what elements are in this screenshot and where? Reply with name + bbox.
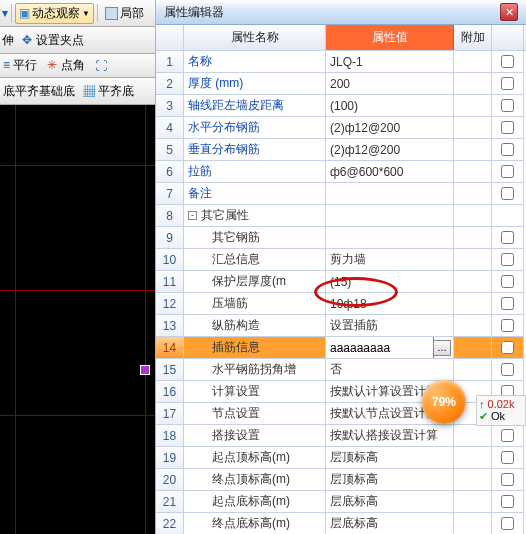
row-number: 7	[156, 183, 184, 205]
property-value[interactable]: (15)	[326, 271, 454, 293]
property-value[interactable]: 层底标高	[326, 491, 454, 513]
table-row[interactable]: 5垂直分布钢筋(2)ф12@200	[156, 139, 526, 161]
row-checkbox[interactable]	[501, 99, 514, 112]
row-checkbox[interactable]	[501, 341, 514, 354]
header-name[interactable]: 属性名称	[184, 25, 326, 50]
toolbar-2: 伸 ✥ 设置夹点	[0, 27, 155, 54]
property-name: 垂直分布钢筋	[184, 139, 326, 161]
table-row[interactable]: 19起点顶标高(m)层顶标高	[156, 447, 526, 469]
table-row[interactable]: 13纵筋构造设置插筋	[156, 315, 526, 337]
table-row[interactable]: 20终点顶标高(m)层顶标高	[156, 469, 526, 491]
drawing-canvas[interactable]	[0, 105, 155, 534]
property-value[interactable]: 设置插筋	[326, 315, 454, 337]
table-row[interactable]: 18搭接设置按默认搭接设置计算	[156, 425, 526, 447]
row-number: 16	[156, 381, 184, 403]
row-checkbox[interactable]	[501, 517, 514, 530]
row-checkbox[interactable]	[501, 495, 514, 508]
row-number: 19	[156, 447, 184, 469]
row-checkbox[interactable]	[501, 253, 514, 266]
row-checkbox[interactable]	[501, 429, 514, 442]
table-row[interactable]: 3轴线距左墙皮距离(100)	[156, 95, 526, 117]
property-value[interactable]: (100)	[326, 95, 454, 117]
even-bottom-btn[interactable]: 平齐底	[98, 84, 134, 98]
progress-badge[interactable]: 79%	[422, 380, 466, 424]
close-icon[interactable]: ✕	[500, 3, 518, 21]
selection-handle[interactable]	[140, 365, 150, 375]
table-row[interactable]: 7备注	[156, 183, 526, 205]
extra-cell	[454, 249, 492, 271]
header-value[interactable]: 属性值	[326, 25, 454, 50]
cad-canvas-panel: ▾ ▣ 动态观察 ▼ 局部 伸 ✥ 设置夹点 ≡ 平行 ✳ 点角 ⛶	[0, 0, 155, 534]
table-row[interactable]: 9其它钢筋	[156, 227, 526, 249]
property-value[interactable]: JLQ-1	[326, 51, 454, 73]
ellipsis-button[interactable]: …	[433, 340, 451, 356]
property-value[interactable]: 层顶标高	[326, 469, 454, 491]
table-row[interactable]: 2厚度 (mm)200	[156, 73, 526, 95]
point-angle-btn[interactable]: 点角	[61, 58, 85, 72]
property-value[interactable]: 层顶标高	[326, 447, 454, 469]
table-row[interactable]: 4水平分布钢筋(2)ф12@200	[156, 117, 526, 139]
fit-icon[interactable]: ⛶	[95, 59, 107, 73]
set-anchor-label[interactable]: 设置夹点	[36, 32, 84, 49]
property-value-input[interactable]	[326, 337, 433, 358]
checkbox-cell	[492, 293, 524, 315]
table-row[interactable]: 10汇总信息剪力墙	[156, 249, 526, 271]
table-row[interactable]: 11保护层厚度(m(15)	[156, 271, 526, 293]
row-checkbox[interactable]	[501, 143, 514, 156]
property-grid[interactable]: 1名称JLQ-12厚度 (mm)2003轴线距左墙皮距离(100)4水平分布钢筋…	[156, 51, 526, 534]
property-value[interactable]: (2)ф12@200	[326, 117, 454, 139]
foundation-btn[interactable]: 底平齐基础底	[3, 83, 75, 100]
parallel-btn[interactable]: 平行	[13, 58, 37, 72]
row-checkbox[interactable]	[501, 451, 514, 464]
property-name: 轴线距左墙皮距离	[184, 95, 326, 117]
extend-label[interactable]: 伸	[2, 32, 14, 49]
header-extra[interactable]: 附加	[454, 25, 492, 50]
row-checkbox[interactable]	[501, 187, 514, 200]
table-row[interactable]: 8-其它属性	[156, 205, 526, 227]
collapse-icon[interactable]: -	[188, 211, 197, 220]
property-value[interactable]: 剪力墙	[326, 249, 454, 271]
table-row[interactable]: 12压墙筋10ф18	[156, 293, 526, 315]
property-value[interactable]: 否	[326, 359, 454, 381]
property-value[interactable]	[326, 227, 454, 249]
row-checkbox[interactable]	[501, 319, 514, 332]
table-row[interactable]: 22终点底标高(m)层底标高	[156, 513, 526, 534]
property-value[interactable]: 按默认搭接设置计算	[326, 425, 454, 447]
table-row[interactable]: 21起点底标高(m)层底标高	[156, 491, 526, 513]
row-number: 13	[156, 315, 184, 337]
row-checkbox[interactable]	[501, 77, 514, 90]
local-button[interactable]: 局部	[101, 3, 148, 24]
table-row[interactable]: 15水平钢筋拐角增否	[156, 359, 526, 381]
table-row[interactable]: 6拉筋ф6@600*600	[156, 161, 526, 183]
row-checkbox[interactable]	[501, 165, 514, 178]
table-row[interactable]: 14插筋信息…	[156, 337, 526, 359]
extra-cell	[454, 73, 492, 95]
row-checkbox[interactable]	[501, 363, 514, 376]
property-value[interactable]: 10ф18	[326, 293, 454, 315]
property-value[interactable]	[326, 205, 454, 227]
row-number: 15	[156, 359, 184, 381]
toolbar-4: 底平齐基础底 ▦ 平齐底	[0, 78, 155, 105]
row-checkbox[interactable]	[501, 473, 514, 486]
extra-cell	[454, 315, 492, 337]
table-row[interactable]: 16计算设置按默认计算设置计算	[156, 381, 526, 403]
row-checkbox[interactable]	[501, 121, 514, 134]
property-value[interactable]: ф6@600*600	[326, 161, 454, 183]
table-row[interactable]: 1名称JLQ-1	[156, 51, 526, 73]
extra-cell	[454, 447, 492, 469]
property-name: 纵筋构造	[184, 315, 326, 337]
property-value[interactable]	[326, 183, 454, 205]
row-checkbox[interactable]	[501, 55, 514, 68]
property-value[interactable]: (2)ф12@200	[326, 139, 454, 161]
property-value[interactable]: 200	[326, 73, 454, 95]
property-value[interactable]: …	[326, 337, 454, 359]
checkbox-cell	[492, 469, 524, 491]
panel-titlebar[interactable]: 属性编辑器 ✕	[156, 0, 526, 25]
checkbox-cell	[492, 139, 524, 161]
row-checkbox[interactable]	[501, 275, 514, 288]
row-checkbox[interactable]	[501, 231, 514, 244]
row-checkbox[interactable]	[501, 297, 514, 310]
property-value[interactable]: 层底标高	[326, 513, 454, 534]
table-row[interactable]: 17节点设置按默认节点设置计算	[156, 403, 526, 425]
dynamic-observe-button[interactable]: ▣ 动态观察 ▼	[15, 3, 94, 24]
